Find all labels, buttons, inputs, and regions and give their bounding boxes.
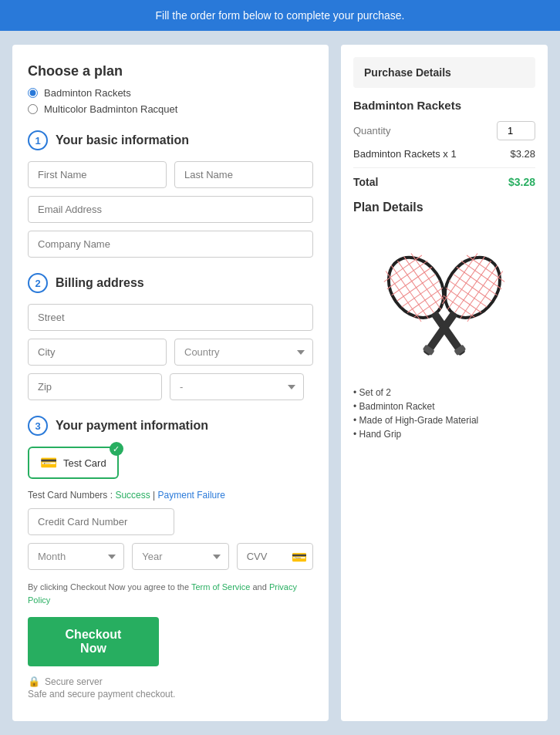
lock-icon: 🔒 <box>28 676 40 687</box>
price-row-value: $3.28 <box>510 148 535 160</box>
plan-radio-2[interactable] <box>28 104 38 114</box>
credit-card-input[interactable] <box>28 508 174 535</box>
section-1-title: Your basic information <box>56 133 189 147</box>
product-name: Badminton Rackets <box>353 99 535 112</box>
section-1-header: 1 Your basic information <box>28 130 313 150</box>
cvv-wrapper: 💳 <box>237 543 313 570</box>
state-select[interactable]: - <box>170 373 304 400</box>
month-select[interactable]: Month 01020304 05060708 09101112 <box>28 543 124 570</box>
success-link[interactable]: Success <box>115 490 150 501</box>
credit-card-icon: 💳 <box>40 454 57 471</box>
email-row <box>28 196 313 223</box>
quantity-input[interactable] <box>497 121 535 140</box>
country-select[interactable]: Country United States United Kingdom Can… <box>174 339 313 366</box>
section-2-number: 2 <box>28 273 48 293</box>
secure-note: Safe and secure payment checkout. <box>28 689 313 700</box>
email-input[interactable] <box>28 196 313 223</box>
terms-text: By clicking Checkout Now you agree to th… <box>28 581 313 606</box>
total-label: Total <box>353 176 378 188</box>
terms-middle: and <box>252 582 268 592</box>
purchase-details-header: Purchase Details <box>353 57 535 88</box>
section-2-header: 2 Billing address <box>28 273 313 293</box>
plan-features: Set of 2 Badminton Racket Made of High-G… <box>353 387 535 440</box>
company-name-input[interactable] <box>28 231 313 258</box>
feature-4: Hand Grip <box>353 429 535 440</box>
credit-card-row <box>28 508 313 535</box>
secure-server-label: Secure server <box>45 676 103 687</box>
zip-state-row: - <box>28 373 313 400</box>
section-2-title: Billing address <box>56 276 144 290</box>
payment-failure-link[interactable]: Payment Failure <box>158 490 225 501</box>
feature-2: Badminton Racket <box>353 401 535 412</box>
checkmark-badge: ✓ <box>110 442 123 456</box>
plan-option-1[interactable]: Badminton Rackets <box>28 87 313 99</box>
test-card-option[interactable]: 💳 Test Card ✓ <box>28 447 119 479</box>
main-content: Choose a plan Badminton Rackets Multicol… <box>0 31 560 735</box>
checkout-button[interactable]: Checkout Now <box>28 617 159 666</box>
price-row-label: Badminton Rackets x 1 <box>353 148 457 160</box>
top-banner: Fill the order form below to complete yo… <box>0 0 560 31</box>
last-name-input[interactable] <box>174 161 313 188</box>
city-country-row: Country United States United Kingdom Can… <box>28 339 313 366</box>
zip-input[interactable] <box>28 373 162 400</box>
plan-radio-1[interactable] <box>28 88 38 98</box>
cvv-row: Month 01020304 05060708 09101112 Year 20… <box>28 543 313 570</box>
test-card-prefix: Test Card Numbers : <box>28 490 115 501</box>
year-select[interactable]: Year 2024202520262027 202820292030 <box>132 543 228 570</box>
section-1-number: 1 <box>28 130 48 150</box>
section-3-title: Your payment information <box>56 419 208 433</box>
feature-1: Set of 2 <box>353 387 535 398</box>
secure-server-row: 🔒 Secure server <box>28 676 313 687</box>
quantity-row: Quantity <box>353 121 535 140</box>
test-card-numbers: Test Card Numbers : Success | Payment Fa… <box>28 490 313 501</box>
plan-details-title: Plan Details <box>353 201 535 214</box>
price-row: Badminton Rackets x 1 $3.28 <box>353 148 535 168</box>
terms-prefix: By clicking Checkout Now you agree to th… <box>28 582 191 592</box>
total-row: Total $3.28 <box>353 176 535 188</box>
first-name-input[interactable] <box>28 161 167 188</box>
plan-label-2: Multicolor Badminton Racquet <box>44 103 177 115</box>
page-wrapper: Fill the order form below to complete yo… <box>0 0 560 735</box>
total-amount: $3.28 <box>508 176 535 188</box>
test-card-label: Test Card <box>63 457 106 469</box>
cvv-card-icon: 💳 <box>292 549 307 564</box>
company-row <box>28 231 313 258</box>
section-3-header: 3 Your payment information <box>28 416 313 436</box>
street-input[interactable] <box>28 304 313 331</box>
feature-3: Made of High-Grade Material <box>353 415 535 426</box>
plan-option-2[interactable]: Multicolor Badminton Racquet <box>28 103 313 115</box>
left-panel: Choose a plan Badminton Rackets Multicol… <box>12 45 329 721</box>
quantity-label: Quantity <box>353 125 390 137</box>
banner-text: Fill the order form below to complete yo… <box>156 9 405 22</box>
right-panel: Purchase Details Badminton Rackets Quant… <box>341 45 548 721</box>
name-row <box>28 161 313 188</box>
street-row <box>28 304 313 331</box>
tos-link[interactable]: Term of Service <box>191 582 250 592</box>
plan-label-1: Badminton Rackets <box>44 87 131 99</box>
racquet-image <box>353 224 535 378</box>
choose-plan-title: Choose a plan <box>28 63 313 79</box>
section-3-number: 3 <box>28 416 48 436</box>
city-input[interactable] <box>28 339 167 366</box>
